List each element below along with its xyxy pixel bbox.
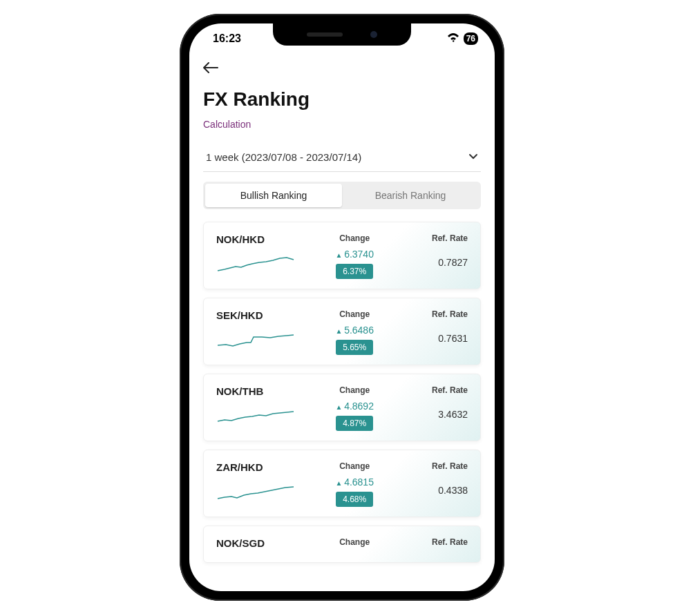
sparkline-chart — [216, 402, 299, 427]
ranking-card[interactable]: NOK/THB Change 4.8692 4.87% Ref. Rate 3.… — [203, 374, 481, 441]
change-percent-badge: 4.68% — [336, 492, 373, 507]
change-column: Change 4.6815 4.68% — [317, 461, 392, 507]
phone-screen: 16:23 76 FX Ranking Calculation 1 week (… — [189, 23, 495, 591]
change-column: Change — [317, 537, 392, 552]
tab-bullish[interactable]: Bullish Ranking — [205, 184, 342, 207]
change-percent-badge: 4.87% — [336, 416, 373, 431]
rate-label: Ref. Rate — [397, 537, 468, 547]
sparkline-chart — [216, 478, 299, 503]
change-column: Change 6.3740 6.37% — [317, 233, 392, 279]
rate-value: 0.7827 — [397, 257, 468, 268]
sparkline-chart — [216, 250, 299, 275]
status-right: 76 — [447, 32, 478, 45]
speaker — [307, 32, 343, 37]
change-label: Change — [317, 461, 392, 471]
rate-value: 3.4632 — [397, 409, 468, 420]
rate-column: Ref. Rate 0.4338 — [397, 461, 468, 496]
rate-column: Ref. Rate 3.4632 — [397, 385, 468, 420]
rate-column: Ref. Rate 0.7827 — [397, 233, 468, 268]
wifi-icon — [447, 32, 459, 45]
chevron-down-icon — [468, 151, 478, 163]
change-percent-badge: 5.65% — [336, 340, 373, 355]
change-label: Change — [317, 309, 392, 319]
ranking-list: NOK/HKD Change 6.3740 6.37% Ref. Rate 0.… — [203, 222, 481, 563]
status-time: 16:23 — [213, 32, 241, 45]
rate-label: Ref. Rate — [397, 385, 468, 395]
back-button[interactable] — [203, 54, 481, 88]
ranking-card[interactable]: ZAR/HKD Change 4.6815 4.68% Ref. Rate 0.… — [203, 450, 481, 517]
change-column: Change 4.8692 4.87% — [317, 385, 392, 431]
change-label: Change — [317, 233, 392, 243]
rate-value: 0.4338 — [397, 485, 468, 496]
battery-icon: 76 — [464, 32, 478, 45]
change-column: Change 5.6486 5.65% — [317, 309, 392, 355]
change-percent-badge: 6.37% — [336, 264, 373, 279]
rate-label: Ref. Rate — [397, 309, 468, 319]
page-title: FX Ranking — [203, 88, 481, 110]
content: FX Ranking Calculation 1 week (2023/07/0… — [189, 54, 495, 591]
card-row: NOK/SGD Change Ref. Rate — [216, 537, 468, 552]
change-value: 6.3740 — [317, 249, 392, 260]
period-label: 1 week (2023/07/08 - 2023/07/14) — [206, 151, 361, 163]
currency-pair: NOK/THB — [216, 385, 312, 397]
notch — [273, 23, 411, 46]
tab-bearish[interactable]: Bearish Ranking — [342, 184, 479, 207]
period-dropdown[interactable]: 1 week (2023/07/08 - 2023/07/14) — [203, 142, 481, 172]
change-value: 4.6815 — [317, 477, 392, 488]
ranking-card[interactable]: SEK/HKD Change 5.6486 5.65% Ref. Rate 0.… — [203, 298, 481, 365]
currency-pair: NOK/SGD — [216, 537, 312, 549]
rate-label: Ref. Rate — [397, 233, 468, 243]
ranking-card[interactable]: NOK/SGD Change Ref. Rate — [203, 526, 481, 563]
sparkline-chart — [216, 326, 299, 351]
ranking-card[interactable]: NOK/HKD Change 6.3740 6.37% Ref. Rate 0.… — [203, 222, 481, 289]
currency-pair: SEK/HKD — [216, 309, 312, 321]
change-value: 5.6486 — [317, 325, 392, 336]
rate-column: Ref. Rate — [397, 537, 468, 552]
battery-level: 76 — [466, 34, 475, 44]
phone-frame: 16:23 76 FX Ranking Calculation 1 week (… — [180, 14, 504, 601]
ranking-tabs: Bullish Ranking Bearish Ranking — [203, 182, 481, 209]
change-label: Change — [317, 385, 392, 395]
currency-pair: ZAR/HKD — [216, 461, 312, 473]
front-camera — [370, 31, 377, 38]
rate-label: Ref. Rate — [397, 461, 468, 471]
rate-column: Ref. Rate 0.7631 — [397, 309, 468, 344]
change-label: Change — [317, 537, 392, 547]
change-value: 4.8692 — [317, 401, 392, 412]
rate-value: 0.7631 — [397, 333, 468, 344]
currency-pair: NOK/HKD — [216, 233, 312, 245]
calculation-link[interactable]: Calculation — [203, 119, 481, 130]
